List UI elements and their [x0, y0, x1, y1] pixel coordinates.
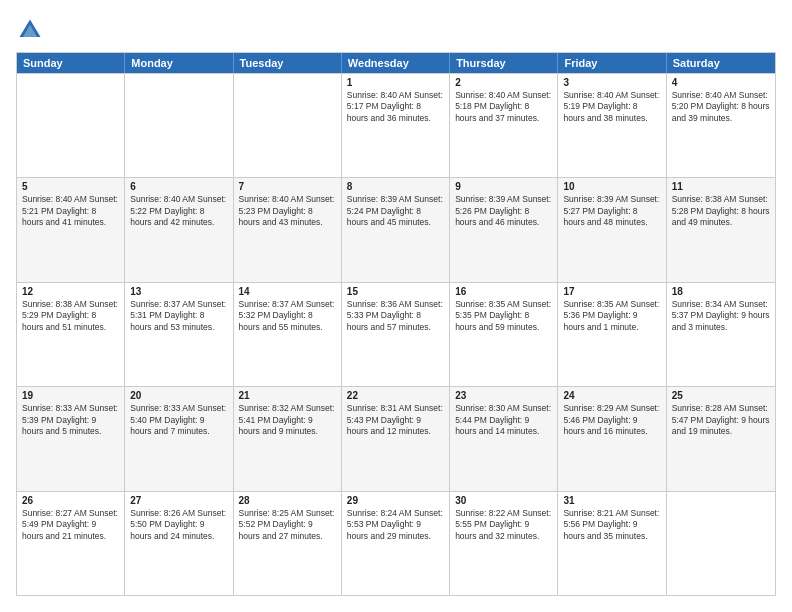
day-info: Sunrise: 8:30 AM Sunset: 5:44 PM Dayligh…	[455, 403, 552, 437]
day-number: 3	[563, 77, 660, 88]
day-number: 26	[22, 495, 119, 506]
day-number: 18	[672, 286, 770, 297]
day-number: 15	[347, 286, 444, 297]
cal-cell: 2Sunrise: 8:40 AM Sunset: 5:18 PM Daylig…	[450, 74, 558, 177]
day-info: Sunrise: 8:33 AM Sunset: 5:40 PM Dayligh…	[130, 403, 227, 437]
day-info: Sunrise: 8:40 AM Sunset: 5:23 PM Dayligh…	[239, 194, 336, 228]
day-number: 23	[455, 390, 552, 401]
day-number: 20	[130, 390, 227, 401]
header-day-monday: Monday	[125, 53, 233, 73]
cal-cell: 28Sunrise: 8:25 AM Sunset: 5:52 PM Dayli…	[234, 492, 342, 595]
day-info: Sunrise: 8:37 AM Sunset: 5:31 PM Dayligh…	[130, 299, 227, 333]
calendar-row-2: 5Sunrise: 8:40 AM Sunset: 5:21 PM Daylig…	[17, 177, 775, 281]
cal-cell: 14Sunrise: 8:37 AM Sunset: 5:32 PM Dayli…	[234, 283, 342, 386]
logo-icon	[16, 16, 44, 44]
day-info: Sunrise: 8:21 AM Sunset: 5:56 PM Dayligh…	[563, 508, 660, 542]
day-info: Sunrise: 8:35 AM Sunset: 5:35 PM Dayligh…	[455, 299, 552, 333]
day-info: Sunrise: 8:40 AM Sunset: 5:20 PM Dayligh…	[672, 90, 770, 124]
header-day-sunday: Sunday	[17, 53, 125, 73]
day-info: Sunrise: 8:29 AM Sunset: 5:46 PM Dayligh…	[563, 403, 660, 437]
day-info: Sunrise: 8:40 AM Sunset: 5:21 PM Dayligh…	[22, 194, 119, 228]
day-number: 4	[672, 77, 770, 88]
cal-cell: 1Sunrise: 8:40 AM Sunset: 5:17 PM Daylig…	[342, 74, 450, 177]
cal-cell: 20Sunrise: 8:33 AM Sunset: 5:40 PM Dayli…	[125, 387, 233, 490]
day-number: 28	[239, 495, 336, 506]
cal-cell	[667, 492, 775, 595]
day-number: 6	[130, 181, 227, 192]
cal-cell: 21Sunrise: 8:32 AM Sunset: 5:41 PM Dayli…	[234, 387, 342, 490]
day-info: Sunrise: 8:39 AM Sunset: 5:24 PM Dayligh…	[347, 194, 444, 228]
header-day-tuesday: Tuesday	[234, 53, 342, 73]
day-info: Sunrise: 8:25 AM Sunset: 5:52 PM Dayligh…	[239, 508, 336, 542]
header-day-thursday: Thursday	[450, 53, 558, 73]
day-number: 16	[455, 286, 552, 297]
day-number: 30	[455, 495, 552, 506]
day-info: Sunrise: 8:40 AM Sunset: 5:19 PM Dayligh…	[563, 90, 660, 124]
day-info: Sunrise: 8:27 AM Sunset: 5:49 PM Dayligh…	[22, 508, 119, 542]
day-info: Sunrise: 8:32 AM Sunset: 5:41 PM Dayligh…	[239, 403, 336, 437]
day-info: Sunrise: 8:39 AM Sunset: 5:27 PM Dayligh…	[563, 194, 660, 228]
day-number: 2	[455, 77, 552, 88]
calendar-row-1: 1Sunrise: 8:40 AM Sunset: 5:17 PM Daylig…	[17, 73, 775, 177]
day-number: 31	[563, 495, 660, 506]
cal-cell: 7Sunrise: 8:40 AM Sunset: 5:23 PM Daylig…	[234, 178, 342, 281]
header-day-friday: Friday	[558, 53, 666, 73]
day-info: Sunrise: 8:38 AM Sunset: 5:28 PM Dayligh…	[672, 194, 770, 228]
day-number: 7	[239, 181, 336, 192]
day-info: Sunrise: 8:40 AM Sunset: 5:22 PM Dayligh…	[130, 194, 227, 228]
cal-cell: 17Sunrise: 8:35 AM Sunset: 5:36 PM Dayli…	[558, 283, 666, 386]
day-info: Sunrise: 8:40 AM Sunset: 5:17 PM Dayligh…	[347, 90, 444, 124]
day-number: 8	[347, 181, 444, 192]
logo	[16, 16, 48, 44]
day-info: Sunrise: 8:39 AM Sunset: 5:26 PM Dayligh…	[455, 194, 552, 228]
day-info: Sunrise: 8:22 AM Sunset: 5:55 PM Dayligh…	[455, 508, 552, 542]
cal-cell: 23Sunrise: 8:30 AM Sunset: 5:44 PM Dayli…	[450, 387, 558, 490]
calendar-row-4: 19Sunrise: 8:33 AM Sunset: 5:39 PM Dayli…	[17, 386, 775, 490]
cal-cell	[17, 74, 125, 177]
day-number: 25	[672, 390, 770, 401]
day-info: Sunrise: 8:34 AM Sunset: 5:37 PM Dayligh…	[672, 299, 770, 333]
day-number: 14	[239, 286, 336, 297]
cal-cell: 18Sunrise: 8:34 AM Sunset: 5:37 PM Dayli…	[667, 283, 775, 386]
header	[16, 16, 776, 44]
day-number: 10	[563, 181, 660, 192]
day-number: 5	[22, 181, 119, 192]
cal-cell: 16Sunrise: 8:35 AM Sunset: 5:35 PM Dayli…	[450, 283, 558, 386]
cal-cell: 15Sunrise: 8:36 AM Sunset: 5:33 PM Dayli…	[342, 283, 450, 386]
cal-cell: 27Sunrise: 8:26 AM Sunset: 5:50 PM Dayli…	[125, 492, 233, 595]
calendar-header: SundayMondayTuesdayWednesdayThursdayFrid…	[17, 53, 775, 73]
day-info: Sunrise: 8:33 AM Sunset: 5:39 PM Dayligh…	[22, 403, 119, 437]
day-number: 9	[455, 181, 552, 192]
day-number: 12	[22, 286, 119, 297]
day-number: 13	[130, 286, 227, 297]
day-number: 22	[347, 390, 444, 401]
calendar-row-3: 12Sunrise: 8:38 AM Sunset: 5:29 PM Dayli…	[17, 282, 775, 386]
day-info: Sunrise: 8:37 AM Sunset: 5:32 PM Dayligh…	[239, 299, 336, 333]
day-number: 27	[130, 495, 227, 506]
cal-cell: 13Sunrise: 8:37 AM Sunset: 5:31 PM Dayli…	[125, 283, 233, 386]
header-day-wednesday: Wednesday	[342, 53, 450, 73]
cal-cell: 30Sunrise: 8:22 AM Sunset: 5:55 PM Dayli…	[450, 492, 558, 595]
day-info: Sunrise: 8:31 AM Sunset: 5:43 PM Dayligh…	[347, 403, 444, 437]
cal-cell: 3Sunrise: 8:40 AM Sunset: 5:19 PM Daylig…	[558, 74, 666, 177]
cal-cell: 12Sunrise: 8:38 AM Sunset: 5:29 PM Dayli…	[17, 283, 125, 386]
day-number: 24	[563, 390, 660, 401]
day-number: 17	[563, 286, 660, 297]
calendar-body: 1Sunrise: 8:40 AM Sunset: 5:17 PM Daylig…	[17, 73, 775, 595]
day-number: 29	[347, 495, 444, 506]
header-day-saturday: Saturday	[667, 53, 775, 73]
cal-cell	[125, 74, 233, 177]
cal-cell: 6Sunrise: 8:40 AM Sunset: 5:22 PM Daylig…	[125, 178, 233, 281]
cal-cell: 5Sunrise: 8:40 AM Sunset: 5:21 PM Daylig…	[17, 178, 125, 281]
cal-cell: 9Sunrise: 8:39 AM Sunset: 5:26 PM Daylig…	[450, 178, 558, 281]
cal-cell: 29Sunrise: 8:24 AM Sunset: 5:53 PM Dayli…	[342, 492, 450, 595]
day-info: Sunrise: 8:26 AM Sunset: 5:50 PM Dayligh…	[130, 508, 227, 542]
cal-cell	[234, 74, 342, 177]
cal-cell: 11Sunrise: 8:38 AM Sunset: 5:28 PM Dayli…	[667, 178, 775, 281]
day-info: Sunrise: 8:40 AM Sunset: 5:18 PM Dayligh…	[455, 90, 552, 124]
cal-cell: 4Sunrise: 8:40 AM Sunset: 5:20 PM Daylig…	[667, 74, 775, 177]
day-number: 19	[22, 390, 119, 401]
cal-cell: 24Sunrise: 8:29 AM Sunset: 5:46 PM Dayli…	[558, 387, 666, 490]
calendar-row-5: 26Sunrise: 8:27 AM Sunset: 5:49 PM Dayli…	[17, 491, 775, 595]
day-info: Sunrise: 8:38 AM Sunset: 5:29 PM Dayligh…	[22, 299, 119, 333]
